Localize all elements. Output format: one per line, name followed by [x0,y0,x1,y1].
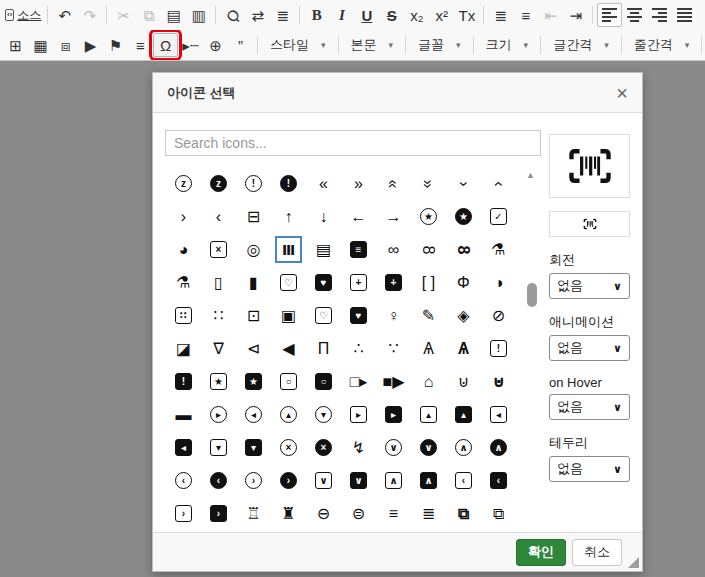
icon-square-caret-down-outline[interactable]: ▾ [201,431,236,464]
icon-braille-dots[interactable]: ∷ [201,299,236,332]
numbered-list-button[interactable]: ≣ [488,3,513,27]
icon-circle-chevron-right-outline[interactable]: › [236,464,271,497]
icon-blanket-filled[interactable]: ≡ [341,233,376,266]
icon-share-nodes-outline[interactable]: ∴ [341,332,376,365]
icon-test-tube[interactable]: ✎ [411,299,446,332]
icon-brain-outline[interactable]: Φ [446,266,481,299]
icon-book-plus-outline[interactable]: + [341,266,376,299]
icon-database-outline[interactable]: ≡ [376,497,411,530]
align-right-button[interactable] [647,3,672,27]
decrease-indent-button[interactable]: ⇤ [538,3,563,27]
source-button[interactable]: ‹›소스 [3,3,43,27]
icon-church-outline[interactable]: ♖ [236,497,271,530]
cut-button[interactable]: ✂ [111,3,136,27]
icon-square-caret-right-outline[interactable]: ▸ [341,398,376,431]
icon-goblet[interactable]: ♀ [376,299,411,332]
icon-alarm-snooze-filled[interactable]: z [201,167,236,200]
superscript-button[interactable]: x² [429,3,454,27]
icon-circle-caret-left-outline[interactable]: ◂ [236,398,271,431]
table-button[interactable]: ⊞ [3,33,28,57]
icon-calendar-exclamation-filled[interactable]: ! [166,365,201,398]
icon-square-chevron-left-outline[interactable]: ‹ [446,464,481,497]
icon-chevrons-down[interactable]: » [411,167,446,200]
bold-button[interactable]: B [304,3,329,27]
close-icon[interactable]: × [616,83,628,103]
scroll-up-icon[interactable]: ▲ [526,171,535,180]
icon-badge-star-filled[interactable]: ★ [446,200,481,233]
on-hover-select[interactable]: 없음∨ [549,394,630,420]
icon-square-chevron-down-filled[interactable]: ∨ [341,464,376,497]
icon-database-filled[interactable]: ≣ [411,497,446,530]
icon-circle-chevron-right-filled[interactable]: › [271,464,306,497]
underline-button[interactable]: U [354,3,379,27]
icon-calendar-exclamation-outline[interactable]: ! [481,332,516,365]
icon-alarm-exclamation-outline[interactable]: ! [236,167,271,200]
icon-book-plus-filled[interactable]: + [376,266,411,299]
icon-bone-filled[interactable]: 8 [446,233,481,266]
icon-eraser[interactable]: ◪ [166,332,201,365]
icon-network-tree-filled[interactable]: Ѧ [446,332,481,365]
icon-chevrons-up[interactable]: « [376,167,411,200]
icon-calendar-star-outline[interactable]: ★ [201,365,236,398]
icon-basketball-filled[interactable]: ◕ [166,233,201,266]
icon-webcam-filled[interactable]: ○ [306,365,341,398]
icon-cctv-filled[interactable]: ◀ [271,332,306,365]
icon-brain-filled[interactable]: ◑ [481,266,516,299]
replace-button[interactable]: ⇄ [245,3,270,27]
icon-arrow-left[interactable]: ← [341,200,376,233]
format-dropdown[interactable]: 본문▾ [343,33,402,57]
icon-chevrons-left[interactable]: « [306,167,341,200]
icon-circle-chevron-left-outline[interactable]: ‹ [166,464,201,497]
icon-diamond-dot[interactable]: ◈ [446,299,481,332]
subscript-button[interactable]: x₂ [404,3,429,27]
icon-calendar-star-filled[interactable]: ★ [236,365,271,398]
rotation-select[interactable]: 없음∨ [549,273,630,299]
icon-circle-caret-up-outline[interactable]: ▴ [271,398,306,431]
icon-circle-chevron-up-outline[interactable]: ∧ [446,431,481,464]
style-dropdown[interactable]: 스타일▾ [262,33,334,57]
align-justify-button[interactable] [672,3,697,27]
icon-brackets[interactable]: [ ] [411,266,446,299]
cancel-button[interactable]: 취소 [572,539,622,566]
icon-shield-x-outline[interactable]: × [271,431,306,464]
icon-square-caret-down-filled[interactable]: ▾ [236,431,271,464]
icon-clipboard-x[interactable]: × [201,233,236,266]
icon-cart-item-filled[interactable]: ⊍ [481,365,516,398]
paste-from-word-button[interactable]: ▥ [186,3,211,27]
bulleted-list-button[interactable]: ≡ [513,3,538,27]
icon-copy-filled[interactable]: ⧉ [446,497,481,530]
icon-browser-filled[interactable]: ▣ [271,299,306,332]
map-marker-button[interactable]: ⚑ [103,33,128,57]
icon-chevron-right[interactable]: › [166,200,201,233]
icon-blanket-outline[interactable]: ▤ [306,233,341,266]
icon-backpack[interactable]: ⌂ [411,365,446,398]
icon-browser-outline[interactable]: ⊡ [236,299,271,332]
icon-square-chevron-down-outline[interactable]: ∨ [306,464,341,497]
resize-handle[interactable] [628,557,639,568]
search-input[interactable] [165,130,541,156]
icon-chevron-up[interactable]: ‹ [481,167,516,200]
copy-button[interactable]: ⧉ [136,3,161,27]
icon-bench[interactable]: Π [306,332,341,365]
align-left-button[interactable] [597,3,622,27]
icon-barcode-read[interactable]: Ⅲ [275,236,302,263]
icon-square-chevron-up-outline[interactable]: ∧ [376,464,411,497]
icon-drum-filled[interactable]: ⊜ [341,497,376,530]
media-button[interactable]: ▶ [78,33,103,57]
icon-square-chevron-right-filled[interactable]: › [201,497,236,530]
icon-network-tree-outline[interactable]: Ѧ [411,332,446,365]
icon-square-caret-left-outline[interactable]: ◂ [481,398,516,431]
icon-bag-check[interactable]: ✓ [481,200,516,233]
special-char-button[interactable]: Ω [153,33,178,57]
image-button[interactable]: ▦ [28,33,53,57]
align-center-button[interactable] [622,3,647,27]
animation-select[interactable]: 없음∨ [549,335,630,361]
icon-circle-caret-right-outline[interactable]: ▸ [201,398,236,431]
blockquote-button[interactable]: ” [228,33,253,57]
icon-book-outline[interactable]: ▯ [201,266,236,299]
icon-square-caret-up-outline[interactable]: ▴ [411,398,446,431]
icon-church-filled[interactable]: ♜ [271,497,306,530]
icon-cart-item-outline[interactable]: ⊍ [446,365,481,398]
undo-button[interactable]: ↶ [52,3,77,27]
icon-calendar-heart-outline[interactable]: ♡ [306,299,341,332]
